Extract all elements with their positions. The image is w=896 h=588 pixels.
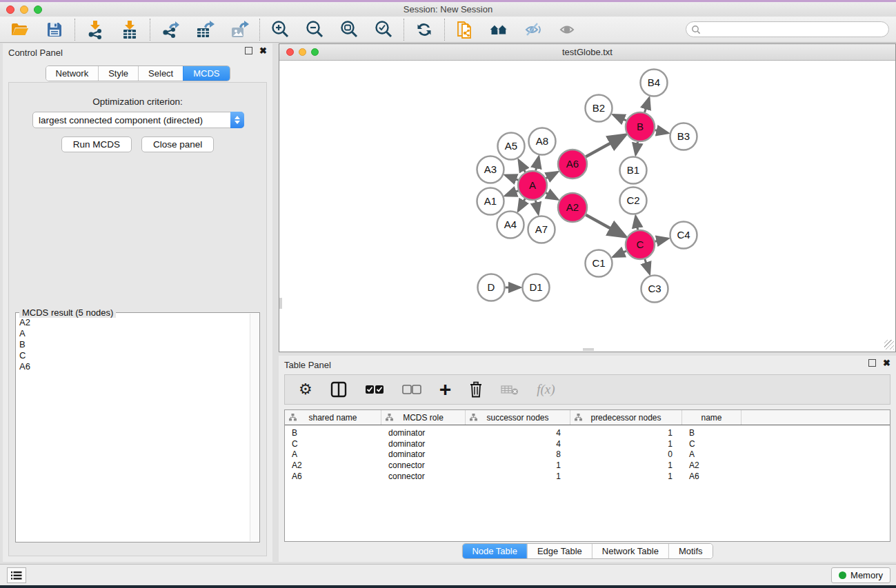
zoom-selected-icon[interactable] [373, 19, 394, 40]
network-canvas[interactable]: AA6A2BCA1A3A4A5A7A8B1B2B3B4C1C2C3C4DD1 [279, 61, 895, 351]
graph-edge-C-C2[interactable] [636, 216, 638, 230]
graph-node-A7[interactable]: A7 [528, 216, 555, 243]
tab-network-table[interactable]: Network Table [592, 544, 668, 558]
close-panel-icon[interactable]: ✖ [259, 47, 267, 54]
graph-node-C[interactable]: C [626, 230, 655, 259]
result-list-item[interactable]: B [19, 339, 249, 350]
graph-node-C2[interactable]: C2 [620, 187, 647, 214]
graph-node-D1[interactable]: D1 [523, 274, 550, 301]
graph-edge-B-B4[interactable] [645, 98, 649, 112]
show-all-icon[interactable] [558, 19, 579, 40]
graph-edge-C-C1[interactable] [613, 251, 626, 256]
network-graph[interactable]: AA6A2BCA1A3A4A5A7A8B1B2B3B4C1C2C3C4DD1 [279, 61, 895, 351]
column-header-name[interactable]: name [682, 410, 741, 425]
import-network-icon[interactable] [85, 19, 106, 40]
graph-edge-B-B3[interactable] [655, 130, 668, 133]
graph-edge-A-A1[interactable] [506, 191, 518, 196]
select-all-checkboxes-icon[interactable] [365, 379, 384, 400]
table-settings-icon[interactable]: ⚙ [299, 379, 312, 400]
graph-node-A4[interactable]: A4 [497, 212, 524, 239]
task-history-button[interactable] [7, 567, 26, 583]
graph-edge-C-C4[interactable] [655, 239, 668, 241]
graph-node-C3[interactable]: C3 [641, 276, 668, 303]
search-field[interactable] [686, 21, 889, 37]
graph-edge-A-A2[interactable] [546, 193, 557, 199]
export-network-icon[interactable] [160, 19, 181, 40]
graph-node-A2[interactable]: A2 [558, 193, 587, 222]
graph-node-B1[interactable]: B1 [620, 157, 647, 184]
delete-table-icon[interactable] [501, 379, 519, 400]
zoom-in-icon[interactable] [270, 19, 290, 40]
export-table-icon[interactable] [195, 19, 215, 40]
search-input[interactable] [701, 25, 888, 34]
graph-edge-C-C3[interactable] [645, 259, 650, 274]
save-session-icon[interactable] [44, 19, 65, 40]
graph-node-B[interactable]: B [626, 112, 655, 141]
table-row[interactable]: Bdominator41B [285, 427, 890, 438]
open-file-icon[interactable] [10, 19, 30, 40]
graph-edge-B-B2[interactable] [613, 115, 626, 121]
hide-selected-icon[interactable] [524, 19, 544, 40]
graph-node-A[interactable]: A [518, 171, 547, 200]
graph-edge-A-A3[interactable] [506, 175, 518, 180]
criterion-dropdown[interactable]: largest connected component (directed) [32, 112, 244, 128]
graph-node-B4[interactable]: B4 [641, 70, 668, 97]
graph-node-C1[interactable]: C1 [586, 250, 613, 277]
clear-checkboxes-icon[interactable] [402, 379, 421, 400]
column-header-MCDS-role[interactable]: MCDS role [381, 410, 466, 425]
horizontal-scrollbar[interactable] [583, 348, 594, 351]
memory-button[interactable]: Memory [831, 567, 890, 583]
column-header-shared-name[interactable]: shared name [285, 410, 381, 425]
graph-edge-A6-B[interactable] [586, 135, 625, 156]
tab-node-table[interactable]: Node Table [462, 544, 527, 558]
clone-network-icon[interactable] [455, 19, 475, 40]
result-list-item[interactable]: C [19, 350, 249, 361]
tab-motifs[interactable]: Motifs [668, 544, 713, 558]
vertical-scrollbar[interactable] [279, 298, 282, 309]
graph-node-A5[interactable]: A5 [498, 133, 525, 160]
first-neighbors-icon[interactable] [489, 19, 510, 40]
graph-node-B2[interactable]: B2 [586, 95, 613, 122]
tab-mcds[interactable]: MCDS [183, 66, 229, 81]
graph-node-D[interactable]: D [478, 274, 505, 301]
export-image-icon[interactable] [229, 19, 250, 40]
graph-edge-A2-C[interactable] [586, 215, 625, 236]
graph-edge-A-A4[interactable] [519, 199, 526, 210]
tab-select[interactable]: Select [138, 66, 183, 81]
float-table-panel-icon[interactable] [868, 359, 876, 367]
table-row[interactable]: Cdominator41C [285, 438, 890, 449]
graph-node-A1[interactable]: A1 [477, 188, 504, 215]
graph-edge-A-A6[interactable] [546, 172, 557, 179]
zoom-out-icon[interactable] [304, 19, 325, 40]
result-list-item[interactable]: A [19, 328, 249, 339]
run-mcds-button[interactable]: Run MCDS [61, 136, 132, 152]
graph-node-A6[interactable]: A6 [558, 150, 587, 179]
graph-node-B3[interactable]: B3 [670, 123, 697, 150]
delete-column-icon[interactable] [469, 379, 483, 400]
zoom-fit-icon[interactable] [339, 19, 359, 40]
graph-node-C4[interactable]: C4 [670, 222, 697, 249]
tab-network[interactable]: Network [46, 66, 98, 81]
graph-node-A3[interactable]: A3 [477, 156, 504, 183]
float-panel-icon[interactable] [245, 47, 252, 54]
table-row[interactable]: Adominator80A [285, 449, 890, 460]
close-table-panel-icon[interactable]: ✖ [883, 359, 890, 367]
result-list-item[interactable]: A6 [19, 361, 249, 372]
table-row[interactable]: A2connector11A2 [285, 460, 890, 471]
graph-node-A8[interactable]: A8 [529, 128, 556, 155]
column-layout-icon[interactable] [330, 379, 347, 400]
graph-edge-A-A7[interactable] [535, 201, 538, 214]
graph-edge-A-A5[interactable] [519, 161, 525, 172]
result-scrollbar[interactable] [250, 314, 259, 541]
column-header-predecessor-nodes[interactable]: predecessor nodes [570, 410, 682, 425]
import-table-icon[interactable] [119, 19, 140, 40]
graph-edge-B-B1[interactable] [636, 142, 638, 154]
mcds-result-list[interactable]: A2ABCA6 [17, 317, 249, 541]
add-column-icon[interactable]: + [439, 379, 452, 400]
column-header-successor-nodes[interactable]: successor nodes [466, 410, 570, 425]
close-panel-button[interactable]: Close panel [141, 136, 214, 152]
result-list-item[interactable]: A2 [19, 317, 249, 328]
tab-style[interactable]: Style [98, 66, 138, 81]
table-row[interactable]: A6connector11A6 [285, 471, 890, 482]
tab-edge-table[interactable]: Edge Table [527, 544, 592, 558]
